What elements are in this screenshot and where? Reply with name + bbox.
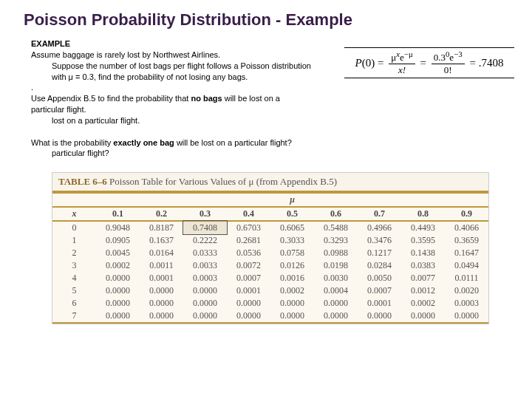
cell: 0.6065	[270, 221, 314, 234]
cell: 0.0007	[358, 284, 401, 297]
table-row: 30.00020.00110.00330.00720.01260.01980.0…	[52, 259, 488, 272]
table-number: TABLE 6–6	[58, 176, 107, 187]
cell: 0.8187	[140, 221, 183, 234]
cell: 0.0905	[96, 234, 140, 247]
cell: 0.0001	[227, 284, 270, 297]
cell: 0.0000	[96, 284, 140, 297]
cell: 0.0000	[270, 310, 314, 323]
cell: 0.0003	[183, 272, 227, 284]
cell: 0.0000	[96, 272, 140, 284]
cell: 0.0000	[445, 310, 488, 323]
cell: 0.3476	[358, 234, 401, 247]
cell: 0.0001	[358, 297, 401, 310]
body3-indent: particular flight?	[31, 148, 312, 159]
mu-header: μ	[96, 193, 488, 207]
example-body: Suppose the number of lost bags per flig…	[31, 61, 312, 83]
cell: 0.0000	[96, 297, 140, 310]
cell: 0.1438	[401, 247, 445, 259]
cell: 0.0000	[140, 297, 183, 310]
cell: 0.0000	[270, 297, 314, 310]
row-header: 4	[52, 272, 96, 284]
cell: 0.4066	[445, 221, 488, 234]
cell: 0.9048	[96, 221, 140, 234]
cell: 0.0002	[270, 284, 314, 297]
cell: 0.0198	[314, 259, 358, 272]
data-table: μ x0.10.20.30.40.50.60.70.80.9 00.90480.…	[52, 192, 488, 324]
example-text: EXAMPLE Assume baggage is rarely lost by…	[0, 34, 312, 159]
table-row: 20.00450.01640.03330.05360.07580.09880.1…	[52, 247, 488, 259]
example-body-line1: Assume baggage is rarely lost by Northwe…	[31, 50, 220, 59]
cell: 0.0000	[227, 297, 270, 310]
cell: 0.1637	[140, 234, 183, 247]
cell: 0.0000	[183, 284, 227, 297]
cell: 0.1217	[358, 247, 401, 259]
cell: 0.0000	[140, 284, 183, 297]
cell: 0.0003	[445, 297, 488, 310]
row-header: 1	[52, 234, 96, 247]
body3-c: will be lost on a particular flight?	[174, 138, 292, 147]
cell: 0.0012	[401, 284, 445, 297]
cell: 0.0000	[140, 310, 183, 323]
cell: 0.0020	[445, 284, 488, 297]
cell: 0.0000	[183, 297, 227, 310]
cell: 0.3659	[445, 234, 488, 247]
col-header: 0.9	[445, 207, 488, 221]
cell: 0.0126	[270, 259, 314, 272]
col-header: 0.2	[140, 207, 183, 221]
page-title: Poisson Probability Distribution - Examp…	[0, 0, 532, 34]
row-header: 6	[52, 297, 96, 310]
col-header: 0.5	[270, 207, 314, 221]
cell: 0.1647	[445, 247, 488, 259]
table-row: 70.00000.00000.00000.00000.00000.00000.0…	[52, 310, 488, 323]
cell: 0.0030	[314, 272, 358, 284]
cell: 0.0536	[227, 247, 270, 259]
cell: 0.0333	[183, 247, 227, 259]
cell: 0.0000	[96, 310, 140, 323]
cell: 0.0077	[401, 272, 445, 284]
formula: P(0) = μxe−μx! = 0.30e−30! = .7408	[344, 47, 514, 78]
cell: 0.3293	[314, 234, 358, 247]
cell: 0.3595	[401, 234, 445, 247]
table-caption-text: Poisson Table for Various Values of μ (f…	[109, 176, 337, 187]
cell: 0.0000	[227, 310, 270, 323]
table-row: 40.00000.00010.00030.00070.00160.00300.0…	[52, 272, 488, 284]
cell: 0.0284	[358, 259, 401, 272]
row-header: 0	[52, 221, 96, 234]
table-row: 10.09050.16370.22220.26810.30330.32930.3…	[52, 234, 488, 247]
cell: 0.0758	[270, 247, 314, 259]
cell: 0.0072	[227, 259, 270, 272]
example-label: EXAMPLE	[31, 39, 70, 48]
table-caption: TABLE 6–6 Poisson Table for Various Valu…	[52, 173, 488, 192]
col-header: 0.4	[227, 207, 270, 221]
row-header: 7	[52, 310, 96, 323]
cell: 0.0016	[270, 272, 314, 284]
body2-b: no bags	[191, 94, 222, 103]
cell: 0.0002	[401, 297, 445, 310]
cell: 0.0002	[96, 259, 140, 272]
body2-indent: lost on a particular flight.	[31, 115, 312, 126]
cell: 0.0000	[183, 310, 227, 323]
cell: 0.3033	[270, 234, 314, 247]
cell: 0.0000	[401, 310, 445, 323]
cell: 0.0045	[96, 247, 140, 259]
cell: 0.0007	[227, 272, 270, 284]
table-row: 00.90480.81870.74080.67030.60650.54880.4…	[52, 221, 488, 234]
cell: 0.2681	[227, 234, 270, 247]
cell: 0.7408	[183, 221, 227, 234]
cell: 0.0000	[314, 297, 358, 310]
body2-a: Use Appendix B.5 to find the probability…	[31, 94, 191, 103]
cell: 0.0494	[445, 259, 488, 272]
cell: 0.0011	[140, 259, 183, 272]
dot: .	[31, 83, 33, 92]
col-header: 0.3	[183, 207, 227, 221]
cell: 0.0004	[314, 284, 358, 297]
cell: 0.2222	[183, 234, 227, 247]
cell: 0.6703	[227, 221, 270, 234]
col-header: 0.1	[96, 207, 140, 221]
cell: 0.0033	[183, 259, 227, 272]
row-header: 5	[52, 284, 96, 297]
cell: 0.4493	[401, 221, 445, 234]
cell: 0.0164	[140, 247, 183, 259]
cell: 0.0988	[314, 247, 358, 259]
col-header: 0.6	[314, 207, 358, 221]
